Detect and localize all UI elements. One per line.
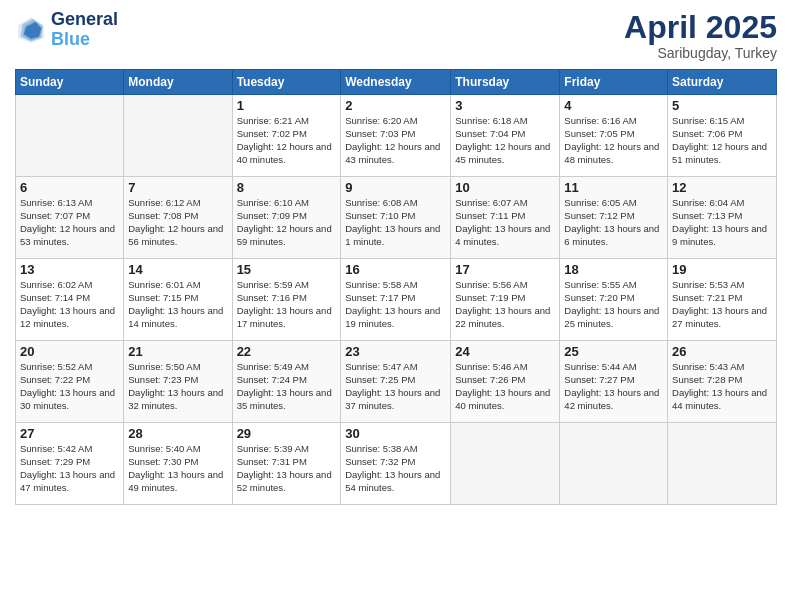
calendar-cell: 23Sunrise: 5:47 AM Sunset: 7:25 PM Dayli…: [341, 341, 451, 423]
logo-text: General Blue: [51, 10, 118, 50]
page: General Blue April 2025 Saribugday, Turk…: [0, 0, 792, 612]
day-info: Sunrise: 5:53 AM Sunset: 7:21 PM Dayligh…: [672, 279, 772, 330]
calendar-cell: 29Sunrise: 5:39 AM Sunset: 7:31 PM Dayli…: [232, 423, 341, 505]
day-number: 2: [345, 98, 446, 113]
day-info: Sunrise: 5:38 AM Sunset: 7:32 PM Dayligh…: [345, 443, 446, 494]
day-number: 9: [345, 180, 446, 195]
calendar-cell: [451, 423, 560, 505]
day-number: 22: [237, 344, 337, 359]
day-number: 11: [564, 180, 663, 195]
calendar-cell: [124, 95, 232, 177]
day-number: 7: [128, 180, 227, 195]
calendar-cell: 4Sunrise: 6:16 AM Sunset: 7:05 PM Daylig…: [560, 95, 668, 177]
day-info: Sunrise: 5:44 AM Sunset: 7:27 PM Dayligh…: [564, 361, 663, 412]
calendar-day-header: Thursday: [451, 70, 560, 95]
calendar-day-header: Tuesday: [232, 70, 341, 95]
subtitle: Saribugday, Turkey: [624, 45, 777, 61]
header: General Blue April 2025 Saribugday, Turk…: [15, 10, 777, 61]
day-number: 5: [672, 98, 772, 113]
day-number: 10: [455, 180, 555, 195]
day-info: Sunrise: 5:56 AM Sunset: 7:19 PM Dayligh…: [455, 279, 555, 330]
calendar-cell: 18Sunrise: 5:55 AM Sunset: 7:20 PM Dayli…: [560, 259, 668, 341]
logo: General Blue: [15, 10, 118, 50]
calendar-cell: 12Sunrise: 6:04 AM Sunset: 7:13 PM Dayli…: [668, 177, 777, 259]
day-number: 18: [564, 262, 663, 277]
day-info: Sunrise: 5:42 AM Sunset: 7:29 PM Dayligh…: [20, 443, 119, 494]
calendar-cell: 30Sunrise: 5:38 AM Sunset: 7:32 PM Dayli…: [341, 423, 451, 505]
day-info: Sunrise: 5:49 AM Sunset: 7:24 PM Dayligh…: [237, 361, 337, 412]
day-number: 15: [237, 262, 337, 277]
calendar-table: SundayMondayTuesdayWednesdayThursdayFrid…: [15, 69, 777, 505]
logo-line2: Blue: [51, 29, 90, 49]
day-number: 17: [455, 262, 555, 277]
day-number: 3: [455, 98, 555, 113]
day-info: Sunrise: 6:13 AM Sunset: 7:07 PM Dayligh…: [20, 197, 119, 248]
day-number: 12: [672, 180, 772, 195]
day-info: Sunrise: 5:40 AM Sunset: 7:30 PM Dayligh…: [128, 443, 227, 494]
logo-icon: [15, 14, 47, 46]
day-number: 13: [20, 262, 119, 277]
logo-line1: General: [51, 10, 118, 30]
calendar-day-header: Sunday: [16, 70, 124, 95]
day-info: Sunrise: 5:50 AM Sunset: 7:23 PM Dayligh…: [128, 361, 227, 412]
day-info: Sunrise: 5:52 AM Sunset: 7:22 PM Dayligh…: [20, 361, 119, 412]
calendar-day-header: Saturday: [668, 70, 777, 95]
day-number: 14: [128, 262, 227, 277]
day-info: Sunrise: 5:59 AM Sunset: 7:16 PM Dayligh…: [237, 279, 337, 330]
day-number: 26: [672, 344, 772, 359]
day-number: 24: [455, 344, 555, 359]
calendar-cell: 5Sunrise: 6:15 AM Sunset: 7:06 PM Daylig…: [668, 95, 777, 177]
day-info: Sunrise: 6:02 AM Sunset: 7:14 PM Dayligh…: [20, 279, 119, 330]
calendar-day-header: Monday: [124, 70, 232, 95]
day-number: 19: [672, 262, 772, 277]
calendar-cell: 26Sunrise: 5:43 AM Sunset: 7:28 PM Dayli…: [668, 341, 777, 423]
day-number: 27: [20, 426, 119, 441]
calendar-cell: 7Sunrise: 6:12 AM Sunset: 7:08 PM Daylig…: [124, 177, 232, 259]
calendar-cell: 9Sunrise: 6:08 AM Sunset: 7:10 PM Daylig…: [341, 177, 451, 259]
day-info: Sunrise: 6:12 AM Sunset: 7:08 PM Dayligh…: [128, 197, 227, 248]
calendar-cell: 25Sunrise: 5:44 AM Sunset: 7:27 PM Dayli…: [560, 341, 668, 423]
calendar-cell: 14Sunrise: 6:01 AM Sunset: 7:15 PM Dayli…: [124, 259, 232, 341]
title-block: April 2025 Saribugday, Turkey: [624, 10, 777, 61]
calendar-cell: 1Sunrise: 6:21 AM Sunset: 7:02 PM Daylig…: [232, 95, 341, 177]
calendar-cell: 15Sunrise: 5:59 AM Sunset: 7:16 PM Dayli…: [232, 259, 341, 341]
day-info: Sunrise: 6:20 AM Sunset: 7:03 PM Dayligh…: [345, 115, 446, 166]
calendar-header-row: SundayMondayTuesdayWednesdayThursdayFrid…: [16, 70, 777, 95]
calendar-cell: 24Sunrise: 5:46 AM Sunset: 7:26 PM Dayli…: [451, 341, 560, 423]
day-number: 30: [345, 426, 446, 441]
day-info: Sunrise: 6:18 AM Sunset: 7:04 PM Dayligh…: [455, 115, 555, 166]
day-number: 8: [237, 180, 337, 195]
calendar-day-header: Friday: [560, 70, 668, 95]
day-number: 28: [128, 426, 227, 441]
calendar-week-row: 20Sunrise: 5:52 AM Sunset: 7:22 PM Dayli…: [16, 341, 777, 423]
day-info: Sunrise: 5:39 AM Sunset: 7:31 PM Dayligh…: [237, 443, 337, 494]
day-number: 25: [564, 344, 663, 359]
month-title: April 2025: [624, 10, 777, 45]
calendar-week-row: 27Sunrise: 5:42 AM Sunset: 7:29 PM Dayli…: [16, 423, 777, 505]
calendar-cell: 2Sunrise: 6:20 AM Sunset: 7:03 PM Daylig…: [341, 95, 451, 177]
calendar-cell: 21Sunrise: 5:50 AM Sunset: 7:23 PM Dayli…: [124, 341, 232, 423]
day-info: Sunrise: 6:15 AM Sunset: 7:06 PM Dayligh…: [672, 115, 772, 166]
calendar-week-row: 6Sunrise: 6:13 AM Sunset: 7:07 PM Daylig…: [16, 177, 777, 259]
day-number: 6: [20, 180, 119, 195]
calendar-cell: [668, 423, 777, 505]
calendar-cell: 11Sunrise: 6:05 AM Sunset: 7:12 PM Dayli…: [560, 177, 668, 259]
calendar-cell: [560, 423, 668, 505]
calendar-cell: 28Sunrise: 5:40 AM Sunset: 7:30 PM Dayli…: [124, 423, 232, 505]
day-info: Sunrise: 6:21 AM Sunset: 7:02 PM Dayligh…: [237, 115, 337, 166]
day-number: 20: [20, 344, 119, 359]
day-info: Sunrise: 5:47 AM Sunset: 7:25 PM Dayligh…: [345, 361, 446, 412]
calendar-cell: 16Sunrise: 5:58 AM Sunset: 7:17 PM Dayli…: [341, 259, 451, 341]
day-number: 16: [345, 262, 446, 277]
calendar-week-row: 13Sunrise: 6:02 AM Sunset: 7:14 PM Dayli…: [16, 259, 777, 341]
day-number: 1: [237, 98, 337, 113]
calendar-cell: [16, 95, 124, 177]
calendar-week-row: 1Sunrise: 6:21 AM Sunset: 7:02 PM Daylig…: [16, 95, 777, 177]
day-info: Sunrise: 6:01 AM Sunset: 7:15 PM Dayligh…: [128, 279, 227, 330]
day-number: 4: [564, 98, 663, 113]
day-number: 23: [345, 344, 446, 359]
day-info: Sunrise: 6:08 AM Sunset: 7:10 PM Dayligh…: [345, 197, 446, 248]
calendar-cell: 22Sunrise: 5:49 AM Sunset: 7:24 PM Dayli…: [232, 341, 341, 423]
calendar-day-header: Wednesday: [341, 70, 451, 95]
calendar-cell: 27Sunrise: 5:42 AM Sunset: 7:29 PM Dayli…: [16, 423, 124, 505]
